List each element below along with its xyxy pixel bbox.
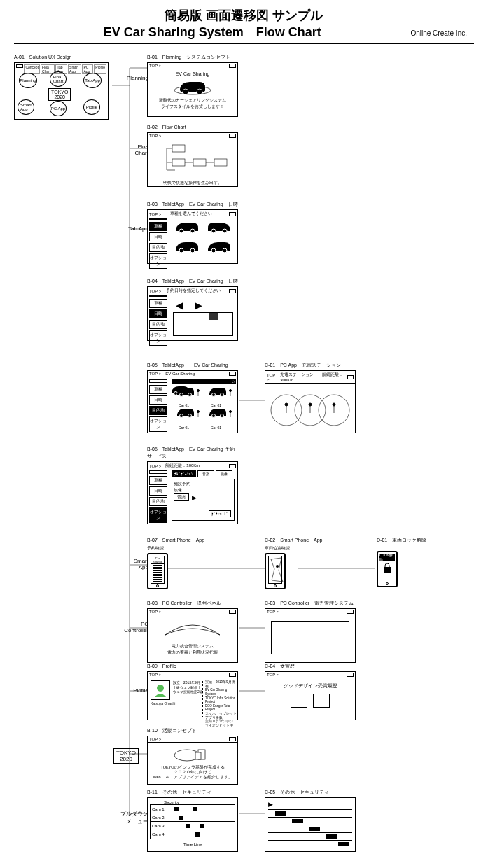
node-c02: C-02 Smart Phone App 車両位置確認 [265,537,335,589]
svg-point-18 [197,89,202,94]
label-planning: Planning [113,75,148,81]
node-b03: B-03 TabletApp EV Car Sharing 日時 TOP >車種… [147,201,238,264]
svg-point-29 [179,229,183,233]
svg-point-34 [190,248,195,253]
circle-tabapp[interactable]: Tab App [83,73,102,88]
circle-pcapp[interactable]: PC App [50,101,67,116]
svg-point-36 [223,248,227,253]
play-icon[interactable]: ▶ [268,801,273,808]
svg-rect-21 [193,159,206,166]
svg-point-17 [183,89,188,94]
arrows-icon[interactable]: ◀▶ [176,300,202,311]
curve-icon [161,620,224,639]
svg-point-30 [190,229,195,233]
svg-rect-22 [214,159,227,166]
flowchart-icon [154,142,231,177]
stations-icon [265,384,354,435]
node-c03: C-03 PC Controller 電力管理システム TOP > [265,600,356,663]
title-en: EV Car Sharing System Flow Chart [104,24,321,41]
node-a01: A-01 Solution UX Design ConceptFloa Char… [14,54,109,120]
svg-point-47 [157,685,164,692]
label-tokyo: TOKYO 2020 [113,748,139,764]
node-b08: B-08 PC Controller 説明パネル TOP > 電力統合管理システ… [147,600,238,663]
label-pulldown: プルダウン メニュー [113,810,148,825]
center-tokyo: TOKYO 2020 [48,88,71,101]
avatar-icon [153,683,167,697]
label-profile: Plofile [113,687,148,694]
svg-point-60 [276,565,279,568]
svg-rect-19 [172,145,185,152]
node-c05: C-05 その他 セキュリティ ▶ [265,789,356,852]
title-jp: 簡易版 画面遷移図 サンプル [14,7,474,24]
search-icon[interactable]: ⌕ [232,379,235,384]
node-b10: B-10 活動コンセプト TOP > TOKYOのインフラ基盤が完成する ２０２… [147,727,238,785]
svg-point-35 [211,248,216,253]
node-b01: B-01 Planning システムコンセプト TOP > EV Car Sha… [147,54,238,117]
download-button[interactable]: ﾀﾞｳﾝﾛｰﾄﾞ [209,510,231,517]
car-icon [172,78,214,96]
svg-point-31 [223,229,227,233]
svg-point-33 [179,248,183,253]
label-floachart: Floa Chart [113,144,148,156]
company-name: Online Create Inc. [410,29,467,37]
node-b09: B-09 Profile TOP > Katsuya Ohashi 設立 201… [147,663,238,720]
circle-planning[interactable]: Planning [19,73,37,88]
svg-point-32 [211,229,216,233]
lock-icon [383,564,391,573]
map-icon [269,556,284,583]
circle-smart[interactable]: Smart App [18,99,34,115]
svg-rect-61 [384,567,391,573]
svg-rect-20 [172,159,185,166]
connectors [14,54,476,859]
node-c01: C-01 PC App 充電ステーション TOP >充電ステーション 航続距離：… [265,362,356,433]
label-pc: PC Controller [113,621,148,634]
play-icon[interactable]: ▶ [192,494,197,501]
node-b06: B-06 TabletApp EV Car Sharing 予約サービス TOP… [147,446,238,524]
node-d01: D-01 車両ロック解除 LOCK解除 [377,537,433,587]
circle-floa[interactable]: Floa Chart [50,71,67,87]
cars-grid-icon [172,220,236,260]
circle-plofile[interactable]: Plofile [83,99,100,115]
svg-rect-50 [195,752,201,760]
node-b04: B-04 TabletApp EV Car Sharing 日時 TOP >予約… [147,278,238,341]
node-c04: C-04 受賞歴 TOP > グッドデザイン受賞履歴 [265,663,356,720]
node-b11: B-11 その他 セキュリティ Security Cam 1 Cam 2 Cam… [147,789,238,852]
node-b02: B-02 Flow Chart TOP > 明快で快適な操作を生み出す。 [147,124,238,187]
lock-button[interactable]: LOCK解除 [379,554,395,561]
node-b07: B-07 Smart Phone App 予約確認 Car Sharing [147,537,210,589]
stadium-icon [172,746,214,762]
header-divider [14,43,474,44]
label-tabapp: Tab App [113,225,148,232]
label-smartapp: Smart App [113,558,148,570]
node-b05: B-05 TabletApp EV Car Sharing TOP >EV Ca… [147,362,238,433]
